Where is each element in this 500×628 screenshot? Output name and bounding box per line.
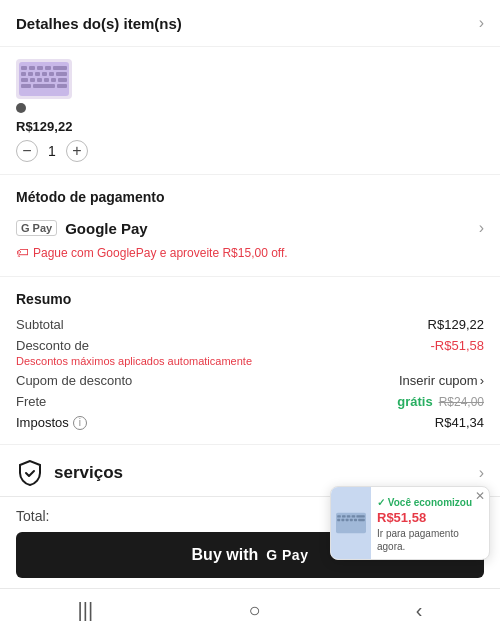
toast-close-button[interactable]: ✕	[475, 489, 485, 503]
tax-label: Impostos i	[16, 415, 87, 430]
payment-promo-text: Pague com GooglePay e aproveite R$15,00 …	[33, 246, 288, 260]
discount-label: Desconto de	[16, 338, 89, 353]
product-area: R$129,22 − 1 +	[0, 47, 500, 175]
svg-rect-15	[44, 78, 49, 82]
payment-section: Método de pagamento G Pay Google Pay › 🏷…	[0, 175, 500, 277]
frete-original-value: R$24,00	[439, 395, 484, 409]
nav-home-icon[interactable]: ○	[248, 599, 260, 622]
toast-action[interactable]: Ir para pagamento agora.	[377, 527, 481, 553]
section-header[interactable]: Detalhes do(s) item(ns) ›	[0, 0, 500, 47]
svg-rect-8	[35, 72, 40, 76]
savings-toast: ✕ ✓ Você economizou R$51,58 Ir para paga…	[330, 486, 490, 560]
svg-rect-24	[347, 515, 351, 517]
toast-title: ✓ Você economizou	[377, 497, 481, 508]
svg-rect-23	[342, 515, 346, 517]
frete-row: Frete grátis R$24,00	[16, 394, 484, 409]
subtotal-label: Subtotal	[16, 317, 64, 332]
svg-rect-26	[356, 515, 364, 517]
svg-rect-3	[37, 66, 43, 70]
nav-back-icon[interactable]: ‹	[416, 599, 423, 622]
discount-row: Desconto de -R$51,58	[16, 338, 484, 353]
promo-icon: 🏷	[16, 245, 29, 260]
buy-button-text: Buy with	[192, 546, 259, 564]
svg-rect-7	[28, 72, 33, 76]
summary-title: Resumo	[16, 291, 484, 307]
svg-rect-19	[33, 84, 55, 88]
tax-label-text: Impostos	[16, 415, 69, 430]
payment-label: Método de pagamento	[16, 189, 484, 205]
quantity-decrease-button[interactable]: −	[16, 140, 38, 162]
services-title: serviços	[54, 463, 123, 483]
product-price: R$129,22	[16, 119, 484, 134]
svg-rect-18	[21, 84, 31, 88]
nav-menu-icon[interactable]: |||	[78, 599, 94, 622]
coupon-label: Cupom de desconto	[16, 373, 132, 388]
svg-rect-11	[56, 72, 67, 76]
subtotal-row: Subtotal R$129,22	[16, 317, 484, 332]
quantity-value: 1	[48, 143, 56, 159]
discount-sub: Descontos máximos aplicados automaticame…	[16, 355, 484, 367]
services-left: serviços	[16, 459, 123, 487]
svg-rect-6	[21, 72, 26, 76]
svg-rect-16	[51, 78, 56, 82]
tax-row: Impostos i R$41,34	[16, 415, 484, 430]
summary-section: Resumo Subtotal R$129,22 Desconto de -R$…	[0, 277, 500, 445]
svg-rect-10	[49, 72, 54, 76]
svg-rect-14	[37, 78, 42, 82]
payment-method-name: Google Pay	[65, 220, 148, 237]
coupon-chevron-icon: ›	[480, 373, 484, 388]
toast-content: ✕ ✓ Você economizou R$51,58 Ir para paga…	[371, 487, 489, 559]
subtotal-value: R$129,22	[428, 317, 484, 332]
insert-coupon-text: Inserir cupom	[399, 373, 478, 388]
toast-amount: R$51,58	[377, 510, 481, 525]
discount-value: -R$51,58	[431, 338, 484, 353]
svg-rect-9	[42, 72, 47, 76]
page-container: Detalhes do(s) item(ns) ›	[0, 0, 500, 628]
gpay-logo-icon: G Pay	[16, 220, 57, 236]
frete-values: grátis R$24,00	[397, 394, 484, 409]
coupon-row[interactable]: Cupom de desconto Inserir cupom ›	[16, 373, 484, 388]
payment-left: G Pay Google Pay	[16, 220, 148, 237]
header-chevron-icon: ›	[479, 14, 484, 32]
svg-rect-12	[21, 78, 28, 82]
shield-icon	[16, 459, 44, 487]
nav-bar: ||| ○ ‹	[0, 588, 500, 628]
svg-rect-28	[341, 519, 344, 521]
svg-rect-4	[45, 66, 51, 70]
svg-rect-22	[337, 515, 341, 517]
quantity-increase-button[interactable]: +	[66, 140, 88, 162]
services-header[interactable]: serviços ›	[16, 459, 484, 487]
svg-rect-25	[352, 515, 356, 517]
svg-rect-32	[358, 519, 365, 521]
svg-rect-13	[30, 78, 35, 82]
services-chevron-icon: ›	[479, 464, 484, 482]
payment-row[interactable]: G Pay Google Pay ›	[16, 215, 484, 245]
svg-rect-27	[337, 519, 340, 521]
svg-rect-1	[21, 66, 27, 70]
frete-gratis-value: grátis	[397, 394, 432, 409]
svg-rect-31	[354, 519, 357, 521]
svg-rect-5	[53, 66, 67, 70]
tax-info-icon[interactable]: i	[73, 416, 87, 430]
section-header-title: Detalhes do(s) item(ns)	[16, 15, 182, 32]
payment-promo: 🏷 Pague com GooglePay e aproveite R$15,0…	[16, 245, 484, 270]
svg-rect-20	[57, 84, 67, 88]
frete-label: Frete	[16, 394, 46, 409]
payment-chevron-icon: ›	[479, 219, 484, 237]
product-image	[16, 59, 72, 99]
svg-rect-17	[58, 78, 67, 82]
tax-value: R$41,34	[435, 415, 484, 430]
svg-rect-29	[346, 519, 349, 521]
gpay-button-icon: G Pay	[266, 547, 308, 563]
svg-rect-30	[350, 519, 353, 521]
insert-coupon-action[interactable]: Inserir cupom ›	[399, 373, 484, 388]
quantity-control: − 1 +	[16, 140, 484, 162]
svg-rect-2	[29, 66, 35, 70]
product-dot	[16, 103, 26, 113]
toast-product-image	[331, 487, 371, 559]
total-label: Total:	[16, 508, 49, 524]
